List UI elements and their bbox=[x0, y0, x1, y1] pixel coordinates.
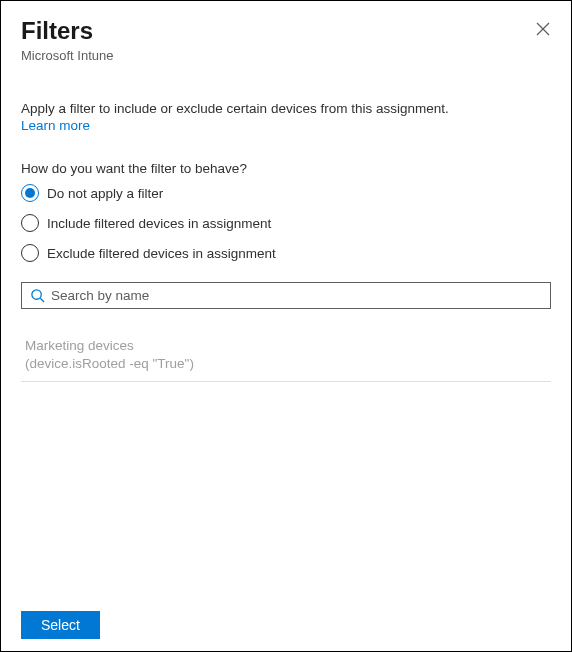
radio-label: Include filtered devices in assignment bbox=[47, 216, 271, 231]
radio-icon bbox=[21, 244, 39, 262]
radio-include[interactable]: Include filtered devices in assignment bbox=[21, 214, 551, 232]
radio-label: Do not apply a filter bbox=[47, 186, 163, 201]
search-box[interactable] bbox=[21, 282, 551, 309]
svg-line-3 bbox=[40, 298, 44, 302]
panel-footer: Select bbox=[1, 599, 571, 651]
radio-do-not-apply[interactable]: Do not apply a filter bbox=[21, 184, 551, 202]
radio-icon bbox=[21, 214, 39, 232]
panel-title: Filters bbox=[21, 17, 551, 46]
learn-more-link[interactable]: Learn more bbox=[21, 118, 90, 133]
search-icon bbox=[30, 288, 45, 303]
behavior-question: How do you want the filter to behave? bbox=[21, 161, 551, 176]
filter-list-item[interactable]: Marketing devices (device.isRooted -eq "… bbox=[21, 331, 551, 382]
filter-item-name: Marketing devices bbox=[25, 337, 547, 355]
filter-item-rule: (device.isRooted -eq "True") bbox=[25, 355, 547, 373]
close-button[interactable] bbox=[533, 19, 553, 39]
radio-icon bbox=[21, 184, 39, 202]
radio-label: Exclude filtered devices in assignment bbox=[47, 246, 276, 261]
description-text: Apply a filter to include or exclude cer… bbox=[21, 101, 551, 116]
close-icon bbox=[536, 22, 550, 36]
panel-content: Apply a filter to include or exclude cer… bbox=[1, 101, 571, 133]
radio-exclude[interactable]: Exclude filtered devices in assignment bbox=[21, 244, 551, 262]
svg-point-2 bbox=[32, 290, 41, 299]
search-input[interactable] bbox=[51, 288, 542, 303]
panel-subtitle: Microsoft Intune bbox=[21, 48, 551, 63]
behavior-radio-group: Do not apply a filter Include filtered d… bbox=[21, 184, 551, 262]
select-button[interactable]: Select bbox=[21, 611, 100, 639]
scroll-area[interactable]: How do you want the filter to behave? Do… bbox=[1, 161, 571, 593]
spacer bbox=[21, 382, 551, 593]
panel-header: Filters Microsoft Intune bbox=[1, 1, 571, 73]
